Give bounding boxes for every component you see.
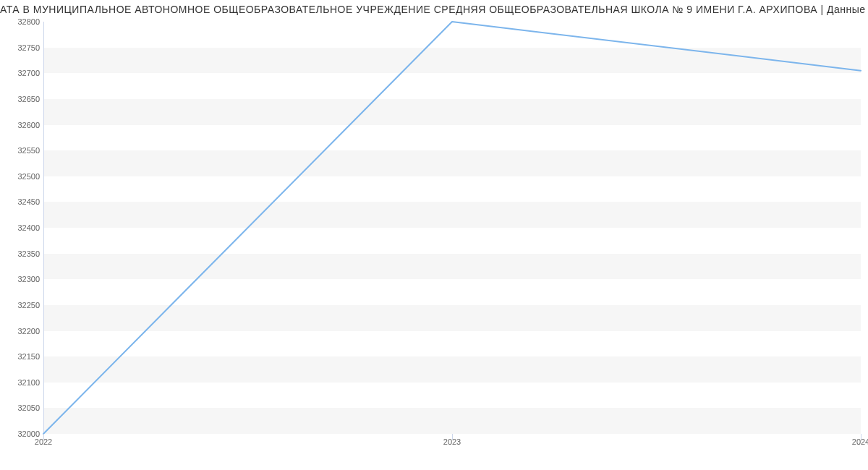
line-series-layer: [43, 22, 861, 434]
x-tick-mark: [43, 434, 44, 440]
y-tick-label: 32550: [17, 146, 40, 155]
x-tick-mark: [861, 434, 861, 440]
y-tick-label: 32650: [17, 95, 40, 103]
y-tick-label: 32150: [17, 352, 40, 361]
x-tick-label: 2024: [852, 437, 868, 446]
y-tick-label: 32800: [17, 17, 40, 26]
y-tick-label: 32700: [17, 69, 40, 77]
y-tick-label: 32600: [17, 121, 40, 129]
y-tick-label: 32100: [17, 378, 40, 387]
y-tick-label: 32750: [17, 43, 40, 52]
x-tick-mark: [452, 434, 453, 440]
y-tick-label: 32250: [17, 301, 40, 309]
y-tick-label: 32450: [17, 197, 40, 206]
y-tick-label: 32300: [17, 275, 40, 283]
y-tick-label: 32350: [17, 249, 40, 258]
y-tick-label: 32500: [17, 172, 40, 181]
y-tick-label: 32200: [17, 327, 40, 336]
data-line: [43, 22, 861, 434]
chart-title: АТА В МУНИЦИПАЛЬНОЕ АВТОНОМНОЕ ОБЩЕОБРАЗ…: [0, 4, 868, 15]
y-tick-label: 32050: [17, 403, 40, 412]
chart-container: АТА В МУНИЦИПАЛЬНОЕ АВТОНОМНОЕ ОБЩЕОБРАЗ…: [0, 0, 868, 470]
y-tick-label: 32400: [17, 223, 40, 232]
